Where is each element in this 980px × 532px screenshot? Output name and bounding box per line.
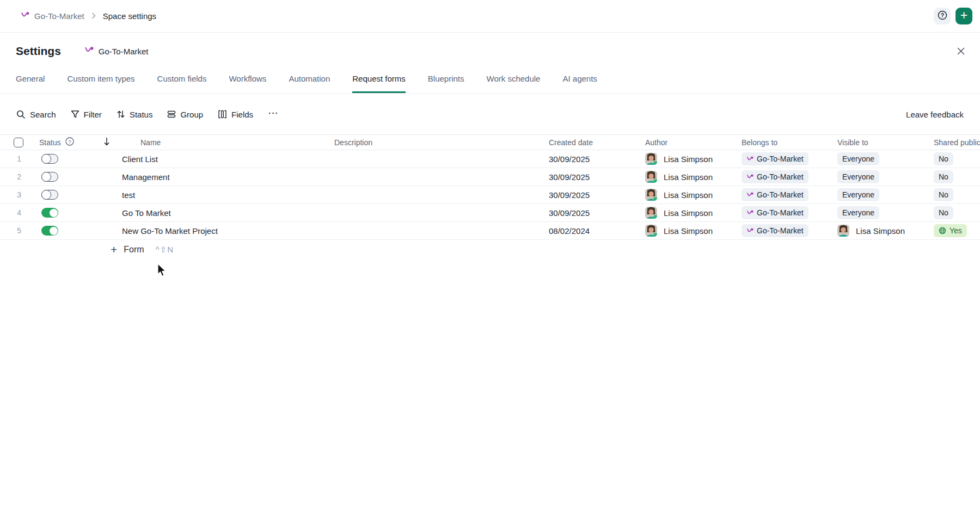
svg-text:?: ? — [940, 11, 944, 18]
row-number: 2 — [0, 172, 30, 181]
status-toggle[interactable] — [41, 190, 58, 200]
status-help-icon[interactable]: ? — [65, 137, 75, 148]
visible-to-label: Everyone — [842, 172, 874, 181]
status-toggle[interactable] — [41, 154, 58, 164]
filter-button[interactable]: Filter — [71, 110, 102, 119]
table-row[interactable]: 2 Management 30/09/2025 Lisa Simpson Go-… — [0, 168, 980, 186]
belongs-to-badge[interactable]: Go-To-Market — [742, 170, 808, 183]
tab-automation[interactable]: Automation — [289, 66, 330, 93]
belongs-to-badge[interactable]: Go-To-Market — [742, 152, 808, 165]
add-form-label: Form — [124, 245, 144, 255]
table-row[interactable]: 3 test 30/09/2025 Lisa Simpson Go-To-Mar… — [0, 186, 980, 204]
add-form-row: + Form ^⇧N — [0, 240, 980, 259]
form-name[interactable]: Management — [122, 172, 334, 182]
form-name[interactable]: Go To Market — [122, 208, 334, 218]
status-sort-button[interactable]: Status — [117, 110, 153, 119]
shared-badge: No — [934, 188, 953, 201]
space-icon — [746, 156, 754, 163]
shared-badge: No — [934, 206, 953, 219]
belongs-to-badge[interactable]: Go-To-Market — [742, 188, 808, 201]
group-label: Group — [180, 110, 203, 119]
ellipsis-icon: ⋯ — [268, 107, 279, 119]
tab-ai-agents[interactable]: AI agents — [562, 66, 597, 93]
tab-request-forms[interactable]: Request forms — [352, 66, 406, 93]
leave-feedback-link[interactable]: Leave feedback — [906, 110, 964, 119]
shared-label: No — [939, 172, 948, 181]
space-icon — [21, 11, 29, 21]
tab-work-schedule[interactable]: Work schedule — [487, 66, 541, 93]
created-date: 30/09/2025 — [549, 208, 645, 218]
question-circle-icon: ? — [937, 10, 948, 23]
mouse-cursor — [157, 263, 169, 277]
tab-workflows[interactable]: Workflows — [229, 66, 266, 93]
belongs-to-label: Go-To-Market — [757, 226, 804, 235]
belongs-to-label: Go-To-Market — [757, 208, 804, 217]
column-header-belongs-to[interactable]: Belongs to — [742, 138, 837, 147]
fields-button[interactable]: Fields — [218, 110, 253, 119]
more-options-button[interactable]: ⋯ — [268, 107, 279, 122]
tab-custom-fields[interactable]: Custom fields — [157, 66, 207, 93]
shared-badge: Yes — [934, 224, 967, 237]
breadcrumb: Go-To-Market Space settings — [21, 11, 156, 21]
avatar — [645, 225, 657, 237]
group-button[interactable]: Group — [167, 110, 203, 119]
form-name[interactable]: New Go-To Market Project — [122, 226, 334, 236]
visible-to-user: Lisa Simpson — [856, 226, 905, 236]
close-icon[interactable] — [954, 44, 968, 58]
column-header-shared-publicly[interactable]: Shared publicly — [934, 138, 980, 147]
sort-arrows-icon — [117, 110, 125, 119]
table-row[interactable]: 1 Client List 30/09/2025 Lisa Simpson Go… — [0, 150, 980, 168]
row-number: 3 — [0, 190, 30, 199]
status-toggle[interactable] — [41, 208, 58, 218]
author-name: Lisa Simpson — [664, 154, 713, 164]
status-toggle[interactable] — [41, 172, 58, 182]
search-icon — [16, 110, 26, 119]
sort-descending-icon[interactable] — [103, 137, 111, 148]
belongs-to-badge[interactable]: Go-To-Market — [742, 224, 808, 237]
avatar — [837, 225, 849, 237]
table-row[interactable]: 5 New Go-To Market Project 08/02/2024 Li… — [0, 222, 980, 240]
breadcrumb-space[interactable]: Go-To-Market — [34, 11, 84, 21]
column-header-author[interactable]: Author — [645, 138, 742, 147]
fields-icon — [218, 110, 227, 119]
request-forms-table: Status ? Name Description Created date A… — [0, 134, 980, 259]
shared-label: No — [939, 154, 948, 163]
table-toolbar: Search Filter Status Group Fields ⋯ Leav… — [0, 103, 980, 125]
column-header-visible-to[interactable]: Visible to — [837, 138, 934, 147]
tab-custom-item-types[interactable]: Custom item types — [67, 66, 134, 93]
space-icon — [746, 209, 754, 216]
column-header-description[interactable]: Description — [334, 138, 549, 147]
search-button[interactable]: Search — [16, 110, 56, 119]
row-number: 1 — [0, 154, 30, 163]
tab-blueprints[interactable]: Blueprints — [428, 66, 464, 93]
globe-icon — [939, 227, 946, 234]
help-button[interactable]: ? — [934, 8, 951, 24]
status-toggle[interactable] — [41, 226, 58, 236]
filter-icon — [71, 110, 79, 119]
shared-badge: No — [934, 152, 953, 165]
table-row[interactable]: 4 Go To Market 30/09/2025 Lisa Simpson G… — [0, 204, 980, 222]
form-name[interactable]: test — [122, 190, 334, 200]
table-header-row: Status ? Name Description Created date A… — [0, 134, 980, 150]
author-name: Lisa Simpson — [664, 190, 713, 200]
author-name: Lisa Simpson — [664, 226, 713, 236]
group-icon — [167, 110, 176, 119]
created-date: 08/02/2024 — [549, 226, 645, 236]
author-name: Lisa Simpson — [664, 172, 713, 182]
add-button[interactable]: + — [955, 8, 972, 24]
belongs-to-label: Go-To-Market — [757, 190, 804, 199]
created-date: 30/09/2025 — [549, 154, 645, 164]
column-header-name[interactable]: Name — [122, 138, 334, 147]
belongs-to-badge[interactable]: Go-To-Market — [742, 206, 808, 219]
form-name[interactable]: Client List — [122, 154, 334, 164]
visible-pill: Everyone — [837, 170, 879, 183]
visible-to-label: Everyone — [842, 208, 874, 217]
add-form-button[interactable]: + Form — [111, 244, 144, 255]
select-all-checkbox[interactable] — [14, 138, 23, 147]
column-header-created-date[interactable]: Created date — [549, 138, 645, 147]
column-header-status[interactable]: Status — [39, 138, 61, 147]
page-title: Settings — [16, 45, 61, 58]
visible-pill: Everyone — [837, 206, 879, 219]
svg-text:?: ? — [68, 139, 71, 145]
tab-general[interactable]: General — [16, 66, 45, 93]
